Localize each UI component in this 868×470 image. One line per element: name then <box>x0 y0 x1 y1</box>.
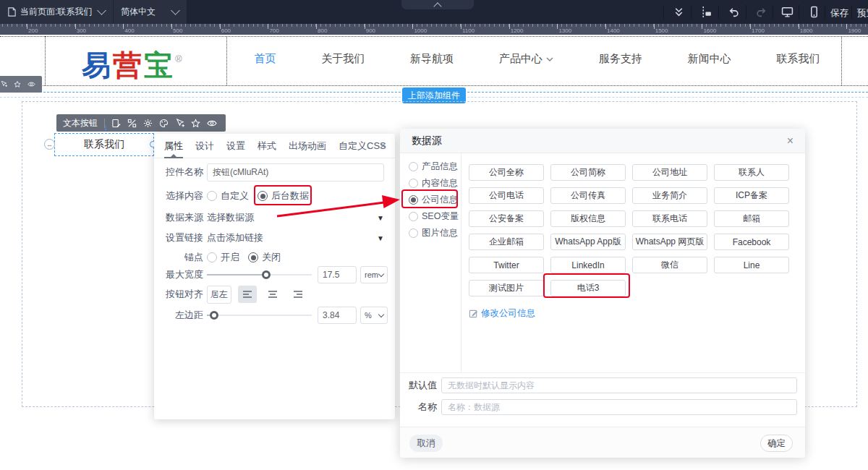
nav-item-label: 联系我们 <box>776 52 820 66</box>
save-button[interactable]: 保存 <box>830 7 848 20</box>
close-icon[interactable]: × <box>380 140 386 153</box>
field-button[interactable]: 公司简称 <box>550 164 626 181</box>
datasource-category[interactable]: 图片信息 <box>409 226 458 240</box>
radio-backend-data[interactable]: 后台数据 <box>258 189 309 202</box>
default-value-input[interactable] <box>441 377 797 393</box>
collapse-toolbar-tab[interactable] <box>401 0 474 9</box>
left-margin-unit-select[interactable]: % <box>360 307 388 324</box>
undo-icon[interactable] <box>728 6 740 18</box>
align-center-button[interactable] <box>263 286 282 303</box>
datasource-category[interactable]: SEO变量 <box>409 209 459 223</box>
field-button[interactable]: 电话3 <box>550 280 626 296</box>
interact-add-icon[interactable] <box>175 119 184 128</box>
tab-properties[interactable]: 属性 <box>164 134 183 158</box>
resize-handle-left[interactable]: ↔ <box>44 139 55 150</box>
nav-item[interactable]: 首页 <box>254 52 276 66</box>
visibility-eye-icon[interactable] <box>27 80 35 89</box>
cancel-button[interactable]: 取消 <box>409 435 443 452</box>
align-left-icon <box>242 290 252 299</box>
field-button[interactable]: 测试图片 <box>469 280 544 296</box>
copy-edit-icon[interactable] <box>111 119 121 128</box>
field-button[interactable]: 版权信息 <box>550 210 626 227</box>
field-button[interactable]: 微信 <box>632 257 707 273</box>
max-width-unit-select[interactable]: rem <box>360 266 388 283</box>
slider-thumb[interactable] <box>262 270 271 279</box>
confirm-button[interactable]: 确定 <box>760 435 793 452</box>
datasource-category[interactable]: 公司信息 <box>409 192 458 207</box>
datasource-category[interactable]: 产品信息 <box>409 159 458 174</box>
field-button[interactable]: LinkedIn <box>550 257 626 273</box>
name-input[interactable] <box>441 399 797 415</box>
tab-3[interactable]: 样式 <box>258 134 276 158</box>
field-button[interactable]: 公安备案 <box>469 210 544 227</box>
field-button[interactable]: 公司全称 <box>469 164 544 181</box>
close-icon[interactable]: × <box>787 134 793 148</box>
language-selector[interactable]: 简体中文 <box>114 0 187 24</box>
tab-4[interactable]: 出场动画 <box>289 134 326 158</box>
left-margin-slider[interactable] <box>207 306 312 325</box>
edit-company-info-link[interactable]: 修改公司信息 <box>469 307 535 320</box>
mobile-preview-icon[interactable] <box>808 6 820 18</box>
logo-char: 宝 <box>144 49 175 81</box>
double-chevron-down-icon[interactable] <box>673 6 685 18</box>
redo-icon[interactable] <box>755 6 767 18</box>
left-margin-input[interactable] <box>318 307 357 324</box>
control-name-input[interactable] <box>207 163 384 181</box>
interact-add-icon[interactable] <box>0 80 7 89</box>
field-button[interactable]: 公司电话 <box>469 187 544 204</box>
slider-track[interactable] <box>207 315 312 316</box>
slider-thumb[interactable] <box>210 311 218 320</box>
split-icon[interactable] <box>127 119 137 128</box>
set-link-dropdown[interactable]: 点击添加链接 ▼ <box>207 231 384 244</box>
nav-item[interactable]: 产品中心 <box>499 52 553 66</box>
language-label: 简体中文 <box>121 6 156 18</box>
nav-item[interactable]: 新闻中心 <box>688 52 731 66</box>
desktop-preview-icon[interactable] <box>781 6 793 18</box>
tab-1[interactable]: 设计 <box>195 134 214 158</box>
category-label: SEO变量 <box>422 210 459 223</box>
radio-custom[interactable]: 自定义 <box>207 189 249 202</box>
max-width-input[interactable] <box>318 266 357 283</box>
favorite-star-icon[interactable] <box>191 119 200 128</box>
align-right-icon <box>293 290 303 299</box>
page-selector[interactable]: 当前页面:联系我们 <box>0 0 113 24</box>
ruler-label: 900 <box>366 27 375 34</box>
field-button[interactable]: Facebook <box>714 234 789 250</box>
preview-button[interactable]: 预览 <box>857 7 868 20</box>
data-source-dropdown[interactable]: 选择数据源 ▼ <box>207 211 384 224</box>
visibility-eye-icon[interactable] <box>207 119 217 128</box>
align-mode-box[interactable]: 居左 <box>207 286 231 304</box>
editor-topbar: 当前页面:联系我们 简体中文 <box>0 0 868 24</box>
favorite-star-icon[interactable] <box>14 80 21 89</box>
field-button[interactable]: 公司地址 <box>632 164 707 181</box>
field-button[interactable]: 邮箱 <box>714 210 789 227</box>
style-brush-icon[interactable] <box>159 119 169 128</box>
field-button[interactable]: 公司传真 <box>550 187 626 204</box>
radio-anchor-on[interactable]: 开启 <box>207 251 239 264</box>
field-button[interactable]: 联系人 <box>714 164 789 181</box>
page-icon <box>7 7 17 17</box>
chevron-down-icon <box>171 6 180 15</box>
nav-item[interactable]: 联系我们 <box>776 52 820 66</box>
selected-text-button[interactable]: 联系我们 <box>54 133 154 156</box>
field-button[interactable]: 企业邮箱 <box>469 234 544 250</box>
nav-item[interactable]: 新导航项 <box>410 52 454 66</box>
field-button[interactable]: Twitter <box>469 257 544 273</box>
align-left-button[interactable] <box>238 286 257 303</box>
datasource-category[interactable]: 内容信息 <box>409 176 458 190</box>
align-right-button[interactable] <box>289 286 307 303</box>
field-button[interactable]: Line <box>714 257 789 273</box>
tab-2[interactable]: 设置 <box>226 134 245 158</box>
radio-anchor-off[interactable]: 关闭 <box>248 251 281 264</box>
field-button[interactable]: WhatsApp App版 <box>550 234 626 250</box>
snap-guide-icon[interactable] <box>700 6 712 18</box>
nav-item[interactable]: 关于我们 <box>321 52 365 66</box>
settings-gear-icon[interactable] <box>143 119 153 128</box>
field-button[interactable]: 联系电话 <box>632 210 707 227</box>
max-width-slider[interactable] <box>207 265 312 284</box>
field-button[interactable]: 业务简介 <box>632 187 707 204</box>
chevron-down-icon <box>546 57 553 61</box>
nav-item[interactable]: 服务支持 <box>599 52 642 66</box>
field-button[interactable]: ICP备案 <box>714 187 789 204</box>
field-button[interactable]: WhatsApp 网页版 <box>632 234 707 250</box>
